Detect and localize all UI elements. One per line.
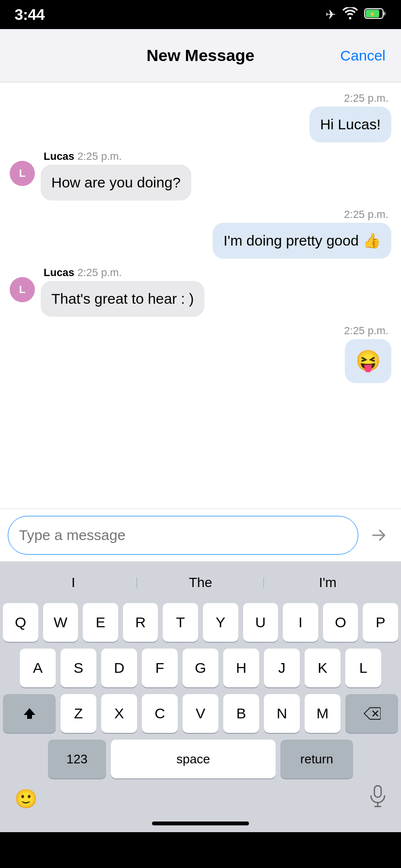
key-f[interactable]: F xyxy=(142,649,178,687)
key-a[interactable]: A xyxy=(20,649,56,687)
predictive-word-1[interactable]: I xyxy=(10,575,137,590)
message-row: 2:25 p.m. 😝 xyxy=(10,325,391,383)
key-row-1: Q W E R T Y U I O P xyxy=(3,603,398,642)
mic-button[interactable] xyxy=(369,785,386,812)
avatar: L xyxy=(10,161,35,186)
svg-text:⚡: ⚡ xyxy=(369,11,376,17)
key-y[interactable]: Y xyxy=(203,603,238,642)
sender-name: Lucas xyxy=(44,266,75,279)
key-u[interactable]: U xyxy=(243,603,278,642)
keyboard-bottom: 🙂 xyxy=(0,778,401,822)
message-bubble: I'm doing pretty good 👍 xyxy=(213,223,391,259)
sent-bubble-wrapper: 2:25 p.m. Hi Lucas! xyxy=(309,92,391,142)
key-t[interactable]: T xyxy=(163,603,198,642)
message-row: 2:25 p.m. I'm doing pretty good 👍 xyxy=(10,208,391,259)
message-input[interactable] xyxy=(8,516,358,555)
key-row-4: 123 space return xyxy=(3,740,398,778)
emoji-button[interactable]: 🙂 xyxy=(15,788,37,809)
svg-rect-2 xyxy=(384,12,386,16)
key-r[interactable]: R xyxy=(123,603,158,642)
key-o[interactable]: O xyxy=(323,603,358,642)
key-l[interactable]: L xyxy=(345,649,381,687)
key-i[interactable]: I xyxy=(283,603,318,642)
shift-key[interactable] xyxy=(3,694,56,733)
predictive-word-3[interactable]: I'm xyxy=(264,575,391,590)
send-button[interactable] xyxy=(364,521,393,550)
cancel-button[interactable]: Cancel xyxy=(340,47,386,64)
airplane-icon: ✈ xyxy=(325,7,336,22)
key-n[interactable]: N xyxy=(264,694,300,733)
status-bar: 3:44 ✈ ⚡ xyxy=(0,0,401,29)
message-time: 2:25 p.m. xyxy=(77,150,122,162)
message-row: L Lucas 2:25 p.m. That's great to hear :… xyxy=(10,266,391,317)
message-time: 2:25 p.m. xyxy=(341,92,391,105)
status-icons: ✈ ⚡ xyxy=(325,7,386,22)
chat-area: 2:25 p.m. Hi Lucas! L Lucas 2:25 p.m. Ho… xyxy=(0,82,401,509)
message-meta: Lucas 2:25 p.m. xyxy=(41,266,124,279)
message-meta: Lucas 2:25 p.m. xyxy=(41,150,124,163)
message-bubble: That's great to hear : ) xyxy=(41,281,204,317)
status-time: 3:44 xyxy=(15,6,45,24)
key-m[interactable]: M xyxy=(305,694,340,733)
key-k[interactable]: K xyxy=(305,649,340,687)
received-bubble-wrapper: Lucas 2:25 p.m. How are you doing? xyxy=(41,150,191,201)
key-e[interactable]: E xyxy=(83,603,118,642)
message-row: 2:25 p.m. Hi Lucas! xyxy=(10,92,391,142)
message-time: 2:25 p.m. xyxy=(341,208,391,221)
message-time: 2:25 p.m. xyxy=(341,325,391,337)
keys-section: Q W E R T Y U I O P A S D F G H J K L xyxy=(0,599,401,778)
return-key[interactable]: return xyxy=(280,740,353,778)
message-bubble: 😝 xyxy=(345,339,391,383)
nav-bar: New Message Cancel xyxy=(0,29,401,82)
nav-title: New Message xyxy=(147,46,255,65)
sent-bubble-wrapper: 2:25 p.m. I'm doing pretty good 👍 xyxy=(213,208,391,259)
input-area xyxy=(0,509,401,561)
message-time: 2:25 p.m. xyxy=(77,266,122,279)
wifi-icon xyxy=(342,7,358,22)
key-h[interactable]: H xyxy=(223,649,259,687)
key-j[interactable]: J xyxy=(264,649,300,687)
key-p[interactable]: P xyxy=(363,603,398,642)
key-g[interactable]: G xyxy=(183,649,218,687)
key-s[interactable]: S xyxy=(61,649,96,687)
received-bubble-wrapper: Lucas 2:25 p.m. That's great to hear : ) xyxy=(41,266,204,317)
space-key[interactable]: space xyxy=(111,740,276,778)
key-row-3: Z X C V B N M xyxy=(3,694,398,733)
predictive-bar: I The I'm xyxy=(0,566,401,599)
key-q[interactable]: Q xyxy=(3,603,38,642)
svg-rect-6 xyxy=(374,786,381,797)
message-bubble: How are you doing? xyxy=(41,165,191,201)
predictive-word-2[interactable]: The xyxy=(137,575,264,590)
avatar: L xyxy=(10,277,35,302)
delete-key[interactable] xyxy=(345,694,398,733)
key-b[interactable]: B xyxy=(223,694,259,733)
key-c[interactable]: C xyxy=(142,694,178,733)
key-z[interactable]: Z xyxy=(61,694,96,733)
key-v[interactable]: V xyxy=(183,694,218,733)
keyboard: I The I'm Q W E R T Y U I O P A S D F G … xyxy=(0,561,401,832)
key-row-2: A S D F G H J K L xyxy=(3,649,398,687)
key-d[interactable]: D xyxy=(101,649,137,687)
home-indicator xyxy=(0,822,401,832)
message-row: L Lucas 2:25 p.m. How are you doing? xyxy=(10,150,391,201)
message-bubble: Hi Lucas! xyxy=(309,107,391,142)
battery-icon: ⚡ xyxy=(364,7,386,22)
sender-name: Lucas xyxy=(44,150,75,162)
home-bar xyxy=(152,822,249,825)
sent-bubble-wrapper: 2:25 p.m. 😝 xyxy=(341,325,391,383)
key-x[interactable]: X xyxy=(101,694,137,733)
num-key[interactable]: 123 xyxy=(48,740,106,778)
key-w[interactable]: W xyxy=(43,603,78,642)
